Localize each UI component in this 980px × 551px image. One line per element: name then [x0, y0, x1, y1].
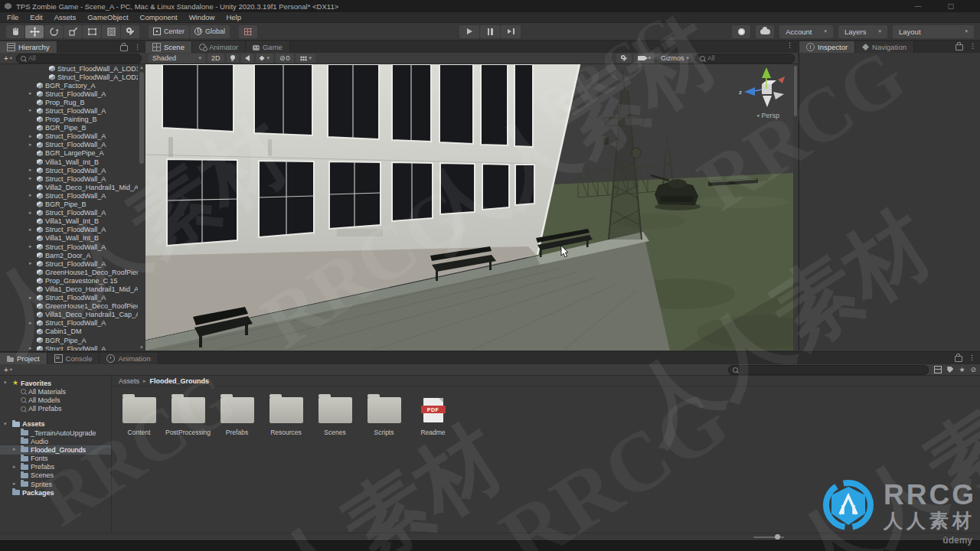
foldout-arrow-icon[interactable]	[29, 260, 32, 266]
panel-menu-icon[interactable]: ⋮	[969, 354, 975, 361]
menu-item[interactable]: Edit	[30, 13, 42, 21]
foldout-arrow-icon[interactable]: ▾	[4, 421, 7, 427]
hierarchy-item[interactable]: Villa1_Wall_Int_B	[0, 158, 138, 166]
effects-dropdown[interactable]: ▾	[256, 54, 274, 63]
scene-viewport[interactable]: z ◂ Persp	[145, 64, 798, 350]
tab[interactable]: Scene	[145, 41, 192, 53]
grid-visibility-dropdown[interactable]: ▾	[296, 54, 316, 63]
foldout-arrow-icon[interactable]	[13, 481, 16, 487]
rect-tool-button[interactable]	[83, 25, 101, 38]
foldout-arrow-icon[interactable]	[13, 464, 16, 470]
tree-folder-item[interactable]: Audio	[0, 437, 111, 445]
asset-folder[interactable]: Content	[121, 397, 157, 436]
hierarchy-item[interactable]: Struct_FloodWall_A_LOD1	[0, 64, 138, 73]
hierarchy-item[interactable]: Barn2_Door_A	[0, 251, 138, 259]
tab[interactable]: Project	[0, 353, 47, 364]
hierarchy-item[interactable]: BGR_Pipe_A	[0, 336, 138, 344]
foldout-arrow-icon[interactable]	[29, 345, 32, 350]
hierarchy-item[interactable]: BGR_Factory_A	[0, 81, 138, 90]
hierarchy-item[interactable]: Struct_FloodWall_A	[0, 294, 138, 302]
transform-tool-button[interactable]	[102, 25, 120, 38]
tab[interactable]: Animator	[192, 41, 246, 53]
menu-item[interactable]: Component	[140, 13, 178, 21]
panel-menu-icon[interactable]: ⋮	[969, 43, 976, 50]
scene-search-input[interactable]	[707, 54, 790, 62]
foldout-arrow-icon[interactable]	[29, 107, 32, 113]
tree-favorite-item[interactable]: All Materials	[0, 387, 111, 396]
hierarchy-create-button[interactable]: +▾	[4, 54, 12, 63]
foldout-arrow-icon[interactable]	[29, 192, 32, 198]
hierarchy-item[interactable]: Villa2_Deco_Handrail1_Mid_A_D	[0, 183, 138, 191]
pause-button[interactable]	[480, 25, 500, 38]
layers-dropdown[interactable]: Layers▾	[838, 25, 887, 38]
tab[interactable]: Inspector	[799, 41, 855, 53]
hierarchy-item[interactable]: Struct_FloodWall_A	[0, 259, 138, 268]
hierarchy-item[interactable]: GreenHouse1_Deco_RoofPiece_	[0, 302, 138, 311]
foldout-arrow-icon[interactable]	[29, 210, 32, 216]
hierarchy-item[interactable]: Villa1_Wall_Int_B	[0, 217, 138, 226]
foldout-arrow-icon[interactable]	[29, 90, 32, 96]
tree-favorite-item[interactable]: All Prefabs	[0, 405, 111, 413]
lock-icon[interactable]	[120, 45, 128, 51]
audio-toggle[interactable]	[241, 54, 253, 63]
hierarchy-item[interactable]: BGR_Pipe_B	[0, 124, 138, 132]
menu-item[interactable]: GameObject	[87, 13, 128, 21]
pivot-mode-button[interactable]: Center	[149, 25, 189, 38]
project-search[interactable]	[728, 365, 929, 375]
foldout-arrow-icon[interactable]	[29, 167, 32, 173]
asset-readme[interactable]: PDF Readme	[415, 398, 451, 436]
asset-folder[interactable]: Resources	[268, 397, 304, 436]
hierarchy-item[interactable]: Prop_Gravestone_C 15	[0, 276, 138, 285]
hierarchy-item[interactable]: Struct_FloodWall_A	[0, 191, 138, 200]
hidden-packages-icon[interactable]: ⊘	[970, 367, 976, 373]
foldout-arrow-icon[interactable]	[29, 295, 32, 301]
hierarchy-item[interactable]: Villa1_Deco_Handrail1_Cap_A	[0, 311, 138, 319]
hierarchy-item[interactable]: Struct_FloodWall_A	[0, 106, 138, 115]
project-search-input[interactable]	[740, 366, 924, 373]
hierarchy-item[interactable]: Struct_FloodWall_A	[0, 319, 138, 328]
tree-folder-item[interactable]: Scenes	[0, 471, 111, 480]
hierarchy-item[interactable]: Villa1_Deco_Handrail1_Mid_A_DI	[0, 285, 138, 293]
hierarchy-item[interactable]: Cabin1_DM	[0, 328, 138, 336]
hierarchy-item[interactable]: Struct_FloodWall_A	[0, 166, 138, 174]
maximize-button[interactable]: ▢	[947, 2, 954, 10]
foldout-arrow-icon[interactable]: ▾	[4, 380, 7, 386]
tab-hierarchy[interactable]: Hierarchy	[0, 41, 57, 53]
tree-favorite-item[interactable]: All Models	[0, 396, 111, 404]
tree-folder-item[interactable]: Sprites	[0, 480, 111, 488]
menu-item[interactable]: Window	[189, 13, 215, 21]
space-mode-button[interactable]: Global	[190, 25, 230, 38]
foldout-arrow-icon[interactable]	[29, 142, 32, 148]
hierarchy-item[interactable]: Struct_FloodWall_A	[0, 209, 138, 217]
hidden-objects-button[interactable]: ⊘ 0	[276, 54, 294, 63]
tab[interactable]: Navigation	[855, 41, 914, 53]
hierarchy-item[interactable]: Prop_Painting_B	[0, 116, 138, 124]
asset-folder[interactable]: Scenes	[317, 397, 353, 436]
tree-folder-item[interactable]: Fonts	[0, 455, 111, 463]
search-by-type-icon[interactable]	[934, 366, 942, 373]
foldout-arrow-icon[interactable]	[29, 227, 32, 233]
breadcrumb-root[interactable]: Assets	[119, 377, 139, 385]
cloud-button[interactable]	[756, 25, 774, 38]
layout-dropdown[interactable]: Layout▾	[893, 25, 974, 38]
hand-tool-button[interactable]	[6, 25, 24, 38]
tab[interactable]: Game	[246, 41, 290, 53]
hierarchy-item[interactable]: BGR_Pipe_B	[0, 201, 138, 209]
scene-tools-button[interactable]	[616, 54, 632, 63]
scene-search[interactable]	[695, 54, 795, 64]
breadcrumb-current[interactable]: Flooded_Grounds	[150, 377, 210, 385]
panel-menu-icon[interactable]: ⋮	[134, 44, 141, 51]
icon-size-slider[interactable]	[753, 536, 784, 538]
scroll-down-icon[interactable]: ▼	[138, 345, 145, 350]
unity-services-button[interactable]	[732, 25, 750, 38]
play-button[interactable]	[459, 25, 479, 38]
hierarchy-item[interactable]: Struct_FloodWall_A	[0, 90, 138, 98]
tree-favorites[interactable]: ▾ ★ Favorites	[0, 379, 111, 387]
step-button[interactable]	[501, 25, 521, 38]
hierarchy-item[interactable]: GreenHouse1_Deco_RoofPiece_	[0, 268, 138, 276]
custom-tool-button[interactable]	[121, 25, 139, 38]
tree-packages-root[interactable]: Packages	[0, 488, 111, 497]
tree-folder-item[interactable]: _TerrainAutoUpgrade	[0, 429, 111, 437]
asset-folder[interactable]: PostProcessing	[170, 397, 206, 436]
save-search-icon[interactable]: ★	[959, 367, 965, 373]
